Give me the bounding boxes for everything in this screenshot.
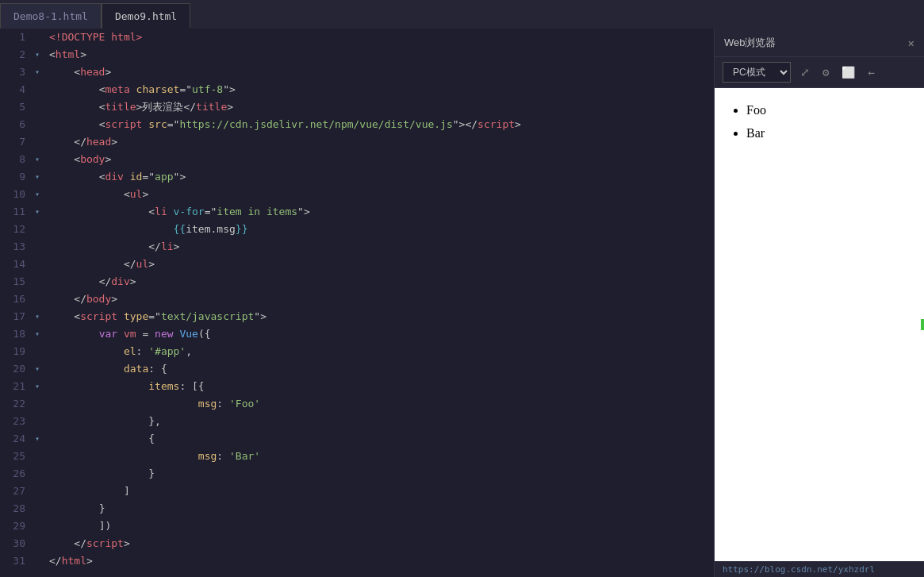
browser-panel-title: Web浏览器	[724, 36, 902, 50]
line-gutter	[32, 273, 43, 290]
token: >	[86, 555, 93, 567]
tab-demo8[interactable]: Demo8-1.html	[0, 3, 102, 29]
line-number: 8	[0, 151, 32, 168]
token	[49, 153, 74, 165]
line-content: </script>	[43, 535, 714, 552]
line-number: 22	[0, 395, 32, 413]
browser-toolbar: PC模式 手机模式 ⤢ ⚙ ⬜ ←	[715, 57, 924, 88]
browser-close-button[interactable]: ✕	[908, 37, 914, 49]
back-icon[interactable]: ←	[865, 64, 877, 80]
token: el	[124, 345, 136, 357]
token	[49, 275, 99, 287]
line-number: 2	[0, 46, 32, 63]
line-gutter[interactable]: ▾	[32, 168, 43, 186]
tab-demo8-label: Demo8-1.html	[13, 10, 88, 22]
token: '#app'	[148, 345, 186, 357]
code-line: 13 </li>	[0, 238, 714, 256]
token	[49, 223, 174, 235]
token: >	[148, 258, 155, 270]
browser-footer: https://blog.csdn.net/yxhzdrl	[715, 561, 924, 577]
rotate-icon[interactable]: ⤢	[797, 64, 813, 80]
line-gutter[interactable]: ▾	[32, 430, 43, 448]
line-content: </html>	[43, 552, 714, 570]
token: <	[148, 206, 155, 217]
token: msg	[198, 450, 217, 462]
line-gutter[interactable]: ▾	[32, 325, 43, 343]
tab-bar: Demo8-1.html Demo9.html	[0, 0, 924, 29]
line-gutter[interactable]: ▾	[32, 186, 43, 203]
code-line: 18▾ var vm = new Vue({	[0, 325, 714, 343]
code-line: 30 </script>	[0, 535, 714, 552]
line-gutter[interactable]: ▾	[32, 151, 43, 168]
editor-panel[interactable]: 1<!DOCTYPE html>2▾<html>3▾ <head>4 <meta…	[0, 29, 714, 577]
line-content: },	[43, 413, 714, 430]
token: script	[477, 118, 515, 130]
token: >	[111, 136, 117, 148]
line-number: 24	[0, 430, 32, 448]
tab-demo9[interactable]: Demo9.html	[102, 3, 190, 29]
token: :	[217, 450, 229, 462]
token: item in items	[217, 206, 297, 217]
code-line: 31</html>	[0, 552, 714, 570]
line-content: msg: 'Bar'	[43, 448, 714, 465]
line-gutter[interactable]: ▾	[32, 378, 43, 395]
line-gutter[interactable]: ▾	[32, 203, 43, 221]
token: li	[155, 206, 173, 217]
code-line: 11▾ <li v-for="item in items">	[0, 203, 714, 221]
token: ="	[167, 118, 180, 130]
code-line: 4 <meta charset="utf-8">	[0, 81, 714, 98]
token: >	[111, 293, 117, 305]
token: 'Bar'	[229, 450, 260, 462]
token: </	[49, 555, 62, 567]
line-gutter[interactable]: ▾	[32, 360, 43, 378]
line-content: {	[43, 430, 714, 448]
token: >	[260, 310, 266, 322]
token: html	[56, 48, 80, 60]
line-content: <head>	[43, 63, 714, 81]
browser-header: Web浏览器 ✕	[715, 29, 924, 57]
line-gutter	[32, 395, 43, 413]
token: ]	[124, 485, 130, 497]
token	[49, 345, 124, 357]
token: >	[105, 66, 111, 78]
token	[49, 206, 148, 217]
token: msg	[198, 398, 217, 410]
token: script	[105, 118, 148, 130]
token: div	[111, 275, 129, 287]
split-icon[interactable]: ⬜	[838, 64, 858, 80]
token: Vue	[179, 328, 197, 340]
code-container: 1<!DOCTYPE html>2▾<html>3▾ <head>4 <meta…	[0, 29, 714, 570]
token: src	[148, 118, 167, 130]
token: script	[80, 310, 124, 322]
line-number: 29	[0, 517, 32, 535]
settings-icon[interactable]: ⚙	[819, 64, 832, 80]
token	[49, 485, 124, 497]
line-gutter[interactable]: ▾	[32, 308, 43, 325]
line-content: var vm = new Vue({	[43, 325, 714, 343]
token: >	[174, 240, 180, 252]
token: : [{	[179, 380, 204, 392]
line-gutter	[32, 256, 43, 273]
line-gutter[interactable]: ▾	[32, 46, 43, 63]
token: >	[179, 171, 186, 183]
code-line: 5 <title>列表渲染</title>	[0, 98, 714, 116]
line-number: 31	[0, 552, 32, 570]
line-content: <script type="text/javascript">	[43, 308, 714, 325]
token: div	[105, 171, 129, 183]
token: ul	[136, 258, 149, 270]
token	[49, 380, 148, 392]
code-line: 10▾ <ul>	[0, 186, 714, 203]
mode-select[interactable]: PC模式 手机模式	[723, 62, 791, 83]
line-gutter	[32, 98, 43, 116]
token	[49, 258, 124, 270]
token: type	[124, 310, 148, 322]
line-gutter[interactable]: ▾	[32, 63, 43, 81]
line-number: 3	[0, 63, 32, 81]
code-line: 15 </div>	[0, 273, 714, 290]
token	[49, 537, 74, 549]
token: ="	[179, 83, 192, 95]
code-line: 8▾ <body>	[0, 151, 714, 168]
token	[49, 415, 148, 427]
line-gutter	[32, 343, 43, 360]
line-content: items: [{	[43, 378, 714, 395]
